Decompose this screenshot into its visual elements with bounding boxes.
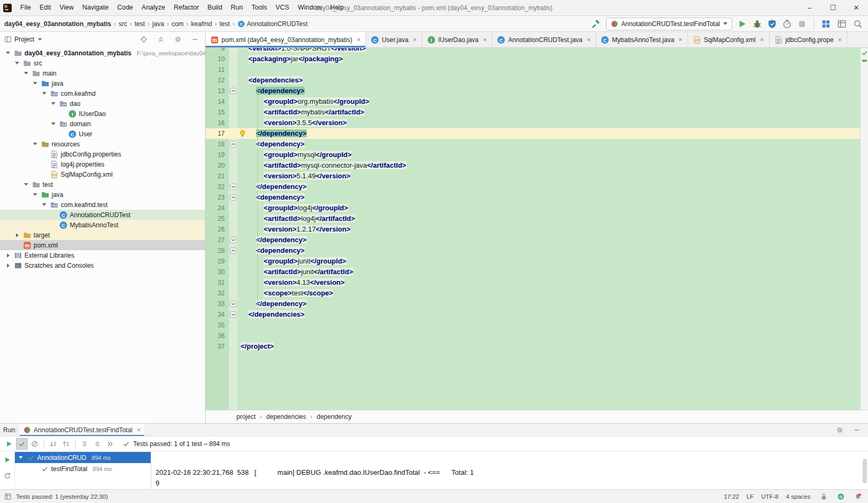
menu-tools[interactable]: Tools (247, 0, 271, 15)
fold-marker-icon[interactable] (229, 235, 238, 245)
code-line-15[interactable]: 15 <artifactId>mybatis</artifactId> (206, 107, 860, 118)
chevron-right-icon[interactable] (13, 232, 21, 239)
code-line-12[interactable]: 12 <dependencies> (206, 75, 860, 86)
breadcrumb-item-com[interactable]: com (171, 20, 184, 28)
breadcrumb-item-java[interactable]: java (152, 20, 164, 28)
collapse-button[interactable] (155, 34, 167, 45)
build-hammer-button[interactable] (590, 18, 602, 30)
close-icon[interactable]: × (678, 36, 683, 43)
menu-vcs[interactable]: VCS (271, 0, 293, 15)
test-node-annotationcrud[interactable]: AnnotationCRUD894 ms (15, 452, 151, 463)
search-button[interactable] (852, 18, 864, 30)
chevron-down-icon[interactable] (13, 60, 21, 67)
code-line-27[interactable]: 27 </dependency> (206, 235, 860, 245)
tree-item-resources[interactable]: resources (0, 139, 205, 149)
tree-item-day04-eesy-03annotation-mybatis[interactable]: day04_eesy_03annotation_mybatisF:\java_w… (0, 48, 205, 58)
tab-mybatisannotest-java[interactable]: CMybatisAnnoTest.java× (596, 32, 687, 47)
code-line-16[interactable]: 16 <version>3.5.5</version> (206, 118, 860, 128)
close-icon[interactable]: × (483, 36, 487, 43)
xml-breadcrumb-dependencies[interactable]: dependencies (266, 413, 306, 420)
tree-item-external-libraries[interactable]: External Libraries (0, 250, 205, 260)
indent-info[interactable]: 4 spaces (786, 493, 810, 500)
tab-user-java[interactable]: CUser.java× (366, 32, 422, 47)
chevron-down-icon[interactable] (4, 50, 12, 57)
chevron-down-icon[interactable] (31, 191, 39, 199)
layout-button[interactable] (836, 18, 848, 30)
code-line-33[interactable]: 33 </dependency> (206, 299, 860, 309)
tree-item-sqlmapconfig-xml[interactable]: </>SqlMapConfig.xml (0, 169, 205, 179)
breadcrumb-item-src[interactable]: src (119, 20, 127, 28)
tree-item-mybatisannotest[interactable]: CMybatisAnnoTest (0, 220, 205, 230)
code-line-30[interactable]: 30 <artifactId>junit</artifactId> (206, 267, 860, 277)
lock-button[interactable] (818, 491, 830, 502)
stop-button[interactable] (796, 18, 808, 30)
run-config-select[interactable]: AnnotationCRUDTest.testFindTotal (606, 18, 732, 30)
locate-button[interactable] (138, 34, 150, 45)
xml-breadcrumb-project[interactable]: project (236, 413, 256, 420)
chevron-down-icon[interactable] (17, 454, 24, 461)
chevron-down-icon[interactable] (40, 201, 48, 209)
chevron-down-icon[interactable] (22, 70, 30, 77)
sort-by-duration-button[interactable] (47, 438, 59, 450)
console-scrollbar[interactable] (863, 459, 867, 483)
encoding[interactable]: UTF-8 (761, 493, 779, 500)
tree-item-log4j-properties[interactable]: log4j.properties (0, 159, 205, 169)
tree-item-java[interactable]: java (0, 78, 205, 88)
code-line-10[interactable]: 10 <packaging>jar</packaging> (206, 54, 860, 64)
chevron-down-icon[interactable] (31, 80, 39, 87)
run-button[interactable] (736, 18, 748, 30)
tree-item-user[interactable]: CUser (0, 129, 205, 139)
code-line-21[interactable]: 21 <version>5.1.49</version> (206, 171, 860, 182)
menu-refactor[interactable]: Refactor (169, 0, 203, 15)
show-ignored-toggle[interactable] (29, 438, 40, 450)
show-passed-toggle[interactable] (16, 438, 28, 450)
chevron-down-icon[interactable] (22, 181, 30, 188)
tree-item-jdbcconfig-properties[interactable]: jdbcConfig.properties (0, 149, 205, 159)
more-options-button[interactable] (104, 438, 116, 450)
code-line-32[interactable]: 32 <scope>test</scope> (206, 288, 860, 299)
caret-position[interactable]: 17:22 (724, 493, 739, 500)
code-line-37[interactable]: 37</project> (206, 341, 860, 352)
fold-marker-icon[interactable] (229, 245, 238, 256)
code-line-17[interactable]: 17 </dependency> (206, 128, 860, 139)
project-panel-title[interactable]: Project (14, 36, 34, 43)
menu-navigate[interactable]: Navigate (78, 0, 113, 15)
gear-button[interactable] (172, 34, 184, 45)
fold-marker-icon[interactable] (229, 86, 238, 96)
maximize-button[interactable]: ☐ (821, 0, 845, 15)
code-line-13[interactable]: 13 <dependency> (206, 86, 860, 96)
rerun-failed-button[interactable] (2, 470, 13, 482)
run-tab[interactable]: AnnotationCRUDTest.testFindTotal × (20, 424, 144, 436)
breadcrumb-item-day04-eesy-03annotation-mybatis[interactable]: day04_eesy_03annotation_mybatis (4, 20, 111, 28)
rerun-tests-button[interactable] (3, 438, 15, 450)
chevron-right-icon[interactable] (4, 252, 12, 259)
tree-item-target[interactable]: target (0, 230, 205, 240)
hide-button[interactable] (189, 34, 201, 45)
code-line-25[interactable]: 25 <artifactId>log4j</artifactId> (206, 213, 860, 224)
xml-breadcrumb-dependency[interactable]: dependency (317, 413, 351, 420)
fold-marker-icon[interactable] (229, 182, 238, 192)
menu-file[interactable]: File (16, 0, 35, 15)
code-line-29[interactable]: 29 <groupId>junit</groupId> (206, 256, 860, 267)
code-line-22[interactable]: 22 </dependency> (206, 182, 860, 192)
code-line-20[interactable]: 20 <artifactId>mysql-connector-java</art… (206, 160, 860, 171)
code-line-35[interactable]: 35 (206, 320, 860, 331)
minimize-button[interactable]: – (798, 0, 821, 15)
fold-marker-icon[interactable] (229, 139, 238, 150)
bell-button[interactable] (852, 491, 864, 502)
tab-jdbcconfig-prope[interactable]: jdbcConfig.prope× (769, 32, 847, 47)
tree-item-annotationcrudtest[interactable]: CAnnotationCRUDTest (0, 210, 205, 220)
breadcrumb-item-test[interactable]: test (219, 20, 230, 28)
test-node-testfindtotal[interactable]: testFindTotal894 ms (15, 463, 151, 474)
code-line-18[interactable]: 18 <dependency> (206, 139, 860, 150)
tree-item-test[interactable]: test (0, 179, 205, 189)
fold-marker-icon[interactable] (229, 309, 238, 320)
g-circle-button[interactable]: G (835, 491, 847, 502)
collapse-all-button[interactable] (92, 438, 103, 450)
chevron-down-icon[interactable] (31, 141, 39, 148)
inspections-ok-icon[interactable] (861, 50, 868, 56)
breadcrumb-item-test[interactable]: test (135, 20, 145, 28)
gear-button[interactable] (834, 424, 846, 436)
tree-item-com-keafmd-test[interactable]: com.keafmd.test (0, 200, 205, 210)
grid-button[interactable] (820, 18, 832, 30)
